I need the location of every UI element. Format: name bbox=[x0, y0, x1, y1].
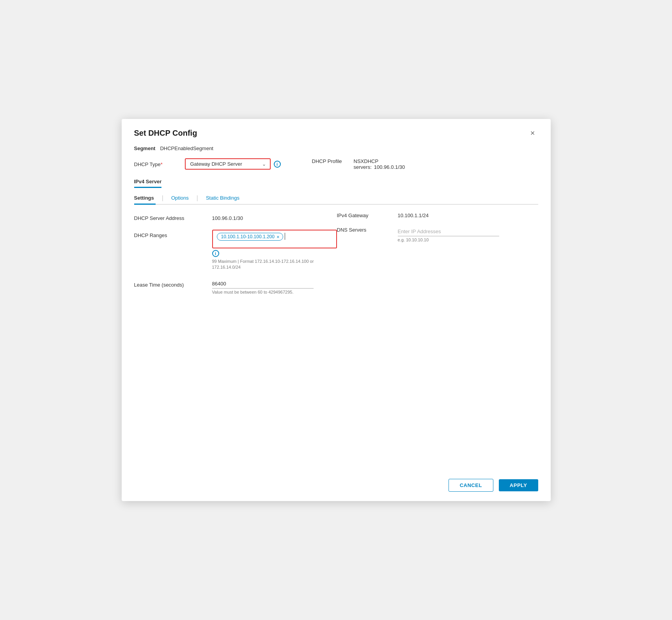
dialog-footer: CANCEL APPLY bbox=[122, 472, 551, 501]
cancel-button[interactable]: CANCEL bbox=[449, 479, 493, 492]
lease-time-label: Lease Time (seconds) bbox=[134, 279, 212, 288]
chevron-down-icon: ⌄ bbox=[262, 161, 266, 167]
dhcp-ranges-hint: 99 Maximum | Format 172.16.14.10-172.16.… bbox=[212, 259, 337, 271]
ipv4-gateway-value: 10.100.1.1/24 bbox=[398, 213, 429, 218]
tab-separator-1: | bbox=[162, 195, 163, 202]
tabs-row: Settings | Options | Static Bindings bbox=[134, 192, 538, 204]
dhcp-ranges-row: DHCP Ranges 10.100.1.10-10.100.1.200 × i bbox=[134, 230, 337, 271]
dhcp-profile-values: NSXDHCP servers: 100.96.0.1/30 bbox=[354, 158, 405, 170]
form-left-col: DHCP Server Address 100.96.0.1/30 DHCP R… bbox=[134, 213, 337, 303]
lease-time-input[interactable] bbox=[212, 279, 314, 289]
dhcp-profile-name: NSXDHCP bbox=[354, 158, 405, 164]
dhcp-type-select-wrapper[interactable]: Gateway DHCP ServerDHCP ServerRelay ⌄ bbox=[185, 158, 271, 170]
dns-servers-hint: e.g. 10.10.10.10 bbox=[398, 237, 499, 242]
segment-label: Segment bbox=[134, 145, 156, 151]
dns-servers-row: DNS Servers e.g. 10.10.10.10 bbox=[337, 227, 538, 242]
form-right-col: IPv4 Gateway 10.100.1.1/24 DNS Servers e… bbox=[337, 213, 538, 242]
dhcp-profile-block: DHCP Profile NSXDHCP servers: 100.96.0.1… bbox=[312, 158, 405, 170]
dns-servers-label: DNS Servers bbox=[337, 227, 392, 233]
range-tag-value: 10.100.1.10-10.100.1.200 bbox=[221, 234, 275, 239]
segment-value: DHCPEnabledSegment bbox=[160, 145, 213, 151]
close-button[interactable]: × bbox=[527, 128, 538, 138]
dialog-header: Set DHCP Config × bbox=[122, 119, 551, 142]
apply-button[interactable]: APPLY bbox=[499, 479, 538, 491]
ipv4-tabs-section: IPv4 Server Settings | Options | Static … bbox=[134, 178, 538, 205]
tab-separator-2: | bbox=[197, 195, 198, 202]
dhcp-type-control: Gateway DHCP ServerDHCP ServerRelay ⌄ i bbox=[185, 158, 281, 170]
ipv4-server-tab-header[interactable]: IPv4 Server bbox=[134, 179, 162, 188]
dhcp-server-address-row: DHCP Server Address 100.96.0.1/30 bbox=[134, 213, 337, 221]
ipv4-gateway-row: IPv4 Gateway 10.100.1.1/24 bbox=[337, 213, 538, 218]
dns-servers-field: e.g. 10.10.10.10 bbox=[398, 227, 499, 242]
dhcp-type-row: DHCP Type* Gateway DHCP ServerDHCP Serve… bbox=[134, 158, 538, 170]
tab-options[interactable]: Options bbox=[165, 192, 195, 204]
dhcp-type-label: DHCP Type* bbox=[134, 158, 185, 167]
lease-time-field: Value must be between 60 to 4294967295. bbox=[212, 279, 314, 294]
dhcp-type-info-icon[interactable]: i bbox=[274, 161, 281, 168]
form-two-col: DHCP Server Address 100.96.0.1/30 DHCP R… bbox=[134, 213, 538, 303]
tab-static-bindings[interactable]: Static Bindings bbox=[200, 192, 246, 204]
range-tag: 10.100.1.10-10.100.1.200 × bbox=[217, 233, 283, 241]
required-star: * bbox=[161, 161, 163, 167]
dns-servers-input[interactable] bbox=[398, 227, 499, 236]
lease-time-hint: Value must be between 60 to 4294967295. bbox=[212, 290, 314, 294]
dhcp-profile-servers-value: 100.96.0.1/30 bbox=[374, 164, 405, 170]
dialog-title: Set DHCP Config bbox=[134, 129, 197, 138]
dhcp-ranges-input-area[interactable]: 10.100.1.10-10.100.1.200 × bbox=[212, 230, 337, 248]
dhcp-server-address-label: DHCP Server Address bbox=[134, 213, 212, 221]
dhcp-ranges-info: i bbox=[212, 250, 337, 257]
dhcp-profile-label: DHCP Profile bbox=[312, 158, 342, 164]
range-tag-close-icon[interactable]: × bbox=[277, 234, 280, 239]
segment-row: Segment DHCPEnabledSegment bbox=[134, 145, 538, 151]
ipv4-gateway-label: IPv4 Gateway bbox=[337, 213, 392, 218]
lease-time-row: Lease Time (seconds) Value must be betwe… bbox=[134, 279, 337, 294]
dhcp-ranges-info-icon[interactable]: i bbox=[212, 250, 219, 257]
dhcp-server-address-value: 100.96.0.1/30 bbox=[212, 213, 243, 221]
set-dhcp-config-dialog: Set DHCP Config × Segment DHCPEnabledSeg… bbox=[122, 119, 551, 501]
tab-settings[interactable]: Settings bbox=[134, 192, 160, 204]
dhcp-ranges-label: DHCP Ranges bbox=[134, 230, 212, 238]
dialog-body: Segment DHCPEnabledSegment DHCP Type* Ga… bbox=[122, 142, 551, 472]
dhcp-ranges-field: 10.100.1.10-10.100.1.200 × i 99 Maximum … bbox=[212, 230, 337, 271]
text-cursor bbox=[285, 233, 287, 240]
dhcp-type-select[interactable]: Gateway DHCP ServerDHCP ServerRelay bbox=[190, 161, 259, 167]
dhcp-profile-servers-label: servers: bbox=[354, 164, 372, 170]
